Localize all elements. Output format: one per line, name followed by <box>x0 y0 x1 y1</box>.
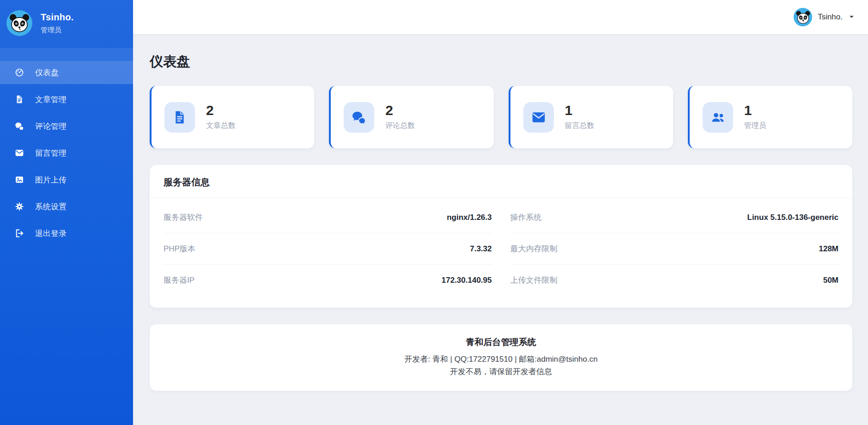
server-info-title: 服务器信息 <box>164 177 210 187</box>
info-value: 172.30.140.95 <box>442 276 492 285</box>
stat-label: 管理员 <box>744 121 766 131</box>
brand-avatar <box>6 10 32 36</box>
stat-card-admins: 1 管理员 <box>688 86 852 148</box>
main-panel: Tsinho. 仪表盘 2 文章总数 2 评 <box>133 0 868 425</box>
sidebar-item-label: 退出登录 <box>35 228 67 239</box>
info-row-os: 操作系统 Linux 5.15.0-136-generic <box>510 202 839 233</box>
info-value: 7.3.32 <box>470 244 492 254</box>
stat-label: 留言总数 <box>565 121 595 131</box>
server-info-panel: 服务器信息 服务器软件 nginx/1.26.3 PHP版本 7.3.32 <box>150 165 852 308</box>
sidebar-divider <box>0 48 133 61</box>
content-area[interactable]: 仪表盘 2 文章总数 2 评论总数 <box>133 34 868 425</box>
footer-note-line: 开发不易，请保留开发者信息 <box>159 365 843 378</box>
user-avatar <box>794 8 812 26</box>
sidebar-item-label: 系统设置 <box>35 201 67 212</box>
page-title: 仪表盘 <box>150 53 852 71</box>
server-info-col-left: 服务器软件 nginx/1.26.3 PHP版本 7.3.32 服务器IP 17… <box>164 202 492 296</box>
info-row-php-version: PHP版本 7.3.32 <box>164 233 492 265</box>
envelope-icon <box>15 148 24 158</box>
info-label: PHP版本 <box>164 243 195 254</box>
sidebar-item-settings[interactable]: 系统设置 <box>0 195 133 218</box>
stat-label: 文章总数 <box>206 121 236 131</box>
brand-name: Tsinho. <box>41 12 74 23</box>
sidebar-item-dashboard[interactable]: 仪表盘 <box>0 61 133 84</box>
sidebar-item-messages[interactable]: 留言管理 <box>0 141 133 164</box>
sidebar-item-logout[interactable]: 退出登录 <box>0 222 133 245</box>
server-info-body: 服务器软件 nginx/1.26.3 PHP版本 7.3.32 服务器IP 17… <box>150 198 852 308</box>
stat-label: 评论总数 <box>385 121 415 131</box>
server-info-col-right: 操作系统 Linux 5.15.0-136-generic 最大内存限制 128… <box>510 202 839 296</box>
chevron-down-icon <box>849 15 854 19</box>
info-row-server-software: 服务器软件 nginx/1.26.3 <box>164 202 492 233</box>
sidebar-item-label: 评论管理 <box>35 121 67 132</box>
sidebar: Tsinho. 管理员 仪表盘 文章管理 评论管理 留言管理 <box>0 0 133 425</box>
info-row-upload-limit: 上传文件限制 50M <box>510 265 839 296</box>
user-menu[interactable]: Tsinho. <box>794 8 854 26</box>
sidebar-item-comments[interactable]: 评论管理 <box>0 115 133 138</box>
sign-out-icon <box>15 229 24 238</box>
footer-developer-line: 开发者: 青和 | QQ:1722791510 | 邮箱:admin@tsinh… <box>159 353 843 365</box>
envelope-icon <box>523 102 554 133</box>
sidebar-item-label: 留言管理 <box>35 148 67 158</box>
sidebar-nav: 仪表盘 文章管理 评论管理 留言管理 图片上传 系统设置 <box>0 61 133 249</box>
comments-icon <box>15 121 24 131</box>
brand-role: 管理员 <box>41 26 74 35</box>
file-icon <box>164 102 195 133</box>
user-name: Tsinho. <box>818 12 843 22</box>
sidebar-item-label: 文章管理 <box>35 94 67 105</box>
info-label: 服务器IP <box>164 275 194 285</box>
gauge-icon <box>15 68 24 77</box>
stat-value: 2 <box>206 103 236 117</box>
image-icon <box>15 175 24 184</box>
info-label: 最大内存限制 <box>510 243 558 254</box>
stat-value: 1 <box>565 103 595 117</box>
info-label: 上传文件限制 <box>510 275 558 285</box>
gear-icon <box>15 202 24 211</box>
sidebar-item-image-upload[interactable]: 图片上传 <box>0 168 133 191</box>
info-row-memory-limit: 最大内存限制 128M <box>510 233 839 265</box>
info-value: 128M <box>819 244 838 254</box>
top-header: Tsinho. <box>133 0 868 34</box>
stat-card-articles: 2 文章总数 <box>150 86 314 148</box>
info-value: nginx/1.26.3 <box>447 213 492 222</box>
stat-value: 1 <box>744 103 766 117</box>
users-icon <box>703 102 733 133</box>
file-icon <box>15 95 24 104</box>
server-info-header: 服务器信息 <box>150 165 852 198</box>
stat-card-comments: 2 评论总数 <box>329 86 493 148</box>
footer-card: 青和后台管理系统 开发者: 青和 | QQ:1722791510 | 邮箱:ad… <box>150 324 852 391</box>
stat-value: 2 <box>385 103 415 117</box>
info-value: 50M <box>823 276 838 285</box>
app-window: Tsinho. 管理员 仪表盘 文章管理 评论管理 留言管理 <box>0 0 868 425</box>
stat-cards-row: 2 文章总数 2 评论总数 1 留言总数 <box>150 86 852 148</box>
comments-icon <box>344 102 374 133</box>
sidebar-brand: Tsinho. 管理员 <box>0 0 133 48</box>
sidebar-item-label: 仪表盘 <box>35 67 59 78</box>
info-row-server-ip: 服务器IP 172.30.140.95 <box>164 265 492 296</box>
sidebar-item-label: 图片上传 <box>35 175 67 185</box>
info-label: 操作系统 <box>510 212 542 223</box>
info-label: 服务器软件 <box>164 212 203 223</box>
stat-card-messages: 1 留言总数 <box>509 86 673 148</box>
info-value: Linux 5.15.0-136-generic <box>747 213 838 222</box>
footer-title: 青和后台管理系统 <box>159 336 843 348</box>
sidebar-item-articles[interactable]: 文章管理 <box>0 88 133 111</box>
